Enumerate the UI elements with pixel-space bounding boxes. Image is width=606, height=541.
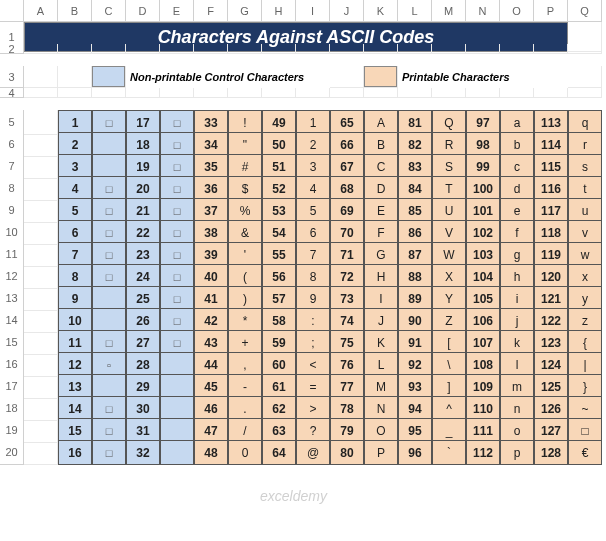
ascii-char-48[interactable]: 0 [228, 440, 262, 465]
col-header-N[interactable]: N [466, 0, 500, 22]
cell-r2-6[interactable] [228, 44, 262, 54]
cell-r4-8[interactable] [296, 88, 330, 98]
row-header-2[interactable]: 2 [0, 44, 24, 54]
legend-nonprintable: Non-printable Control Characters [126, 66, 330, 88]
cell-r4-4[interactable] [160, 88, 194, 98]
cell-r4-6[interactable] [228, 88, 262, 98]
ascii-code-64[interactable]: 64 [262, 440, 296, 465]
ascii-code-80[interactable]: 80 [330, 440, 364, 465]
cell-r2-7[interactable] [262, 44, 296, 54]
watermark: exceldemy [260, 488, 327, 504]
ascii-code-32[interactable]: 32 [126, 440, 160, 465]
col-header-E[interactable]: E [160, 0, 194, 22]
ascii-code-112[interactable]: 112 [466, 440, 500, 465]
col-header-H[interactable]: H [262, 0, 296, 22]
col-header-O[interactable]: O [500, 0, 534, 22]
ascii-char-112[interactable]: p [500, 440, 534, 465]
cell-r4-7[interactable] [262, 88, 296, 98]
cell-r2-14[interactable] [500, 44, 534, 54]
cell-r4-5[interactable] [194, 88, 228, 98]
col-header-P[interactable]: P [534, 0, 568, 22]
cell-r2-16[interactable] [568, 44, 602, 54]
ascii-code-48[interactable]: 48 [194, 440, 228, 465]
ascii-char-80[interactable]: P [364, 440, 398, 465]
legend-orange-box [364, 66, 398, 88]
ascii-code-96[interactable]: 96 [398, 440, 432, 465]
ascii-char-32[interactable] [160, 440, 194, 465]
cell-r2-8[interactable] [296, 44, 330, 54]
cell-r4-9[interactable] [330, 88, 364, 98]
cell-r4-12[interactable] [432, 88, 466, 98]
cell-r2-11[interactable] [398, 44, 432, 54]
cell-r2-2[interactable] [92, 44, 126, 54]
ascii-code-16[interactable]: 16 [58, 440, 92, 465]
cell-r4-11[interactable] [398, 88, 432, 98]
cell-r2-0[interactable] [24, 44, 58, 54]
cell-J3[interactable] [330, 66, 364, 88]
cell-r4-0[interactable] [24, 88, 58, 98]
ascii-char-64[interactable]: @ [296, 440, 330, 465]
cell-r2-10[interactable] [364, 44, 398, 54]
row-header-20[interactable]: 20 [0, 440, 24, 465]
cell-A20[interactable] [24, 440, 58, 465]
cell-r2-1[interactable] [58, 44, 92, 54]
cell-r2-15[interactable] [534, 44, 568, 54]
col-header-I[interactable]: I [296, 0, 330, 22]
cell-r4-2[interactable] [92, 88, 126, 98]
col-header-K[interactable]: K [364, 0, 398, 22]
row-header-3[interactable]: 3 [0, 66, 24, 88]
col-header-D[interactable]: D [126, 0, 160, 22]
cell-r2-12[interactable] [432, 44, 466, 54]
ascii-code-128[interactable]: 128 [534, 440, 568, 465]
col-header-B[interactable]: B [58, 0, 92, 22]
cell-r4-16[interactable] [568, 88, 602, 98]
legend-blue-box [92, 66, 126, 88]
cell-r4-15[interactable] [534, 88, 568, 98]
cell-B3[interactable] [58, 66, 92, 88]
spreadsheet-grid[interactable]: ABCDEFGHIJKLMNOPQ1Characters Against ASC… [0, 0, 606, 462]
cell-r2-9[interactable] [330, 44, 364, 54]
col-header-C[interactable]: C [92, 0, 126, 22]
col-header-A[interactable]: A [24, 0, 58, 22]
cell-r2-3[interactable] [126, 44, 160, 54]
ascii-char-96[interactable]: ` [432, 440, 466, 465]
cell-Q3[interactable] [568, 66, 602, 88]
cell-r4-14[interactable] [500, 88, 534, 98]
ascii-char-16[interactable]: □ [92, 440, 126, 465]
corner-cell [0, 0, 24, 22]
cell-r4-13[interactable] [466, 88, 500, 98]
cell-A3[interactable] [24, 66, 58, 88]
cell-r4-10[interactable] [364, 88, 398, 98]
cell-r4-1[interactable] [58, 88, 92, 98]
col-header-F[interactable]: F [194, 0, 228, 22]
col-header-J[interactable]: J [330, 0, 364, 22]
col-header-L[interactable]: L [398, 0, 432, 22]
cell-r2-5[interactable] [194, 44, 228, 54]
col-header-G[interactable]: G [228, 0, 262, 22]
row-header-4[interactable]: 4 [0, 88, 24, 98]
legend-printable: Printable Characters [398, 66, 568, 88]
cell-r2-4[interactable] [160, 44, 194, 54]
cell-r4-3[interactable] [126, 88, 160, 98]
col-header-Q[interactable]: Q [568, 0, 602, 22]
cell-r2-13[interactable] [466, 44, 500, 54]
col-header-M[interactable]: M [432, 0, 466, 22]
ascii-char-128[interactable]: € [568, 440, 602, 465]
